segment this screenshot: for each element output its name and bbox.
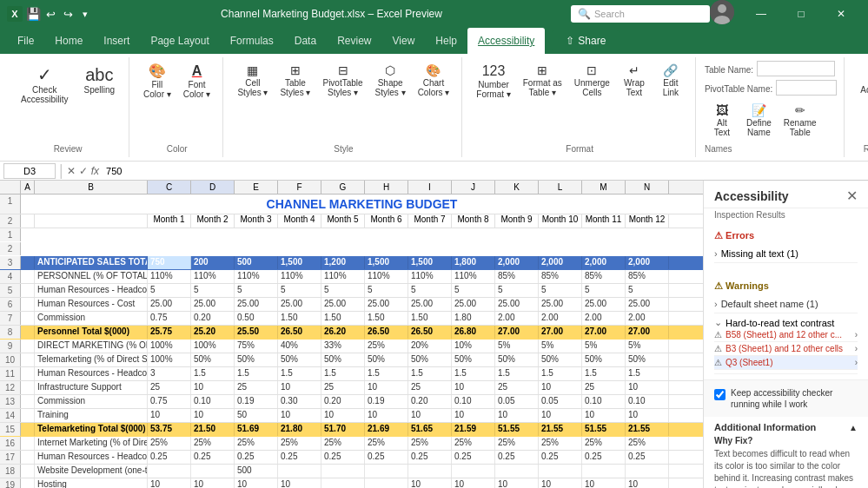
cell-8-10[interactable]: 27.00 (495, 326, 539, 339)
cell-19-7[interactable] (365, 478, 408, 488)
cell-18-6[interactable] (321, 465, 365, 478)
cell-9-1[interactable]: DIRECT MARKETING (% OF TOTAL (35, 340, 148, 353)
cell-18-9[interactable] (452, 465, 495, 478)
cell-9-4[interactable]: 75% (235, 340, 278, 353)
col-header-h[interactable]: H (365, 181, 408, 194)
cell-13-11[interactable]: 0.05 (539, 395, 582, 408)
cell-19-8[interactable]: 10 (408, 478, 452, 488)
redo-icon[interactable]: ↪ (61, 7, 75, 21)
shape-styles-button[interactable]: ⬡ ShapeStyles ▾ (370, 61, 411, 101)
cell-12-9[interactable]: 10 (452, 381, 495, 394)
cell-15-13[interactable]: 21.55 (626, 423, 669, 436)
tab-home[interactable]: Home (44, 28, 93, 54)
cell-11-0[interactable] (21, 367, 35, 380)
cell-8-3[interactable]: 25.20 (191, 326, 235, 339)
cell-8-4[interactable]: 25.50 (235, 326, 278, 339)
cell-6-2[interactable]: 25.00 (148, 298, 191, 311)
cell-19-3[interactable]: 10 (191, 478, 235, 488)
cell-14-7[interactable]: 10 (365, 409, 408, 422)
cell-10-0[interactable] (21, 353, 35, 366)
cell-18-12[interactable] (582, 465, 626, 478)
col-header-j[interactable]: J (452, 181, 495, 194)
cell-17-4[interactable]: 0.25 (235, 451, 278, 464)
cell-15-1[interactable]: Telemarketing Total $(000) (35, 423, 148, 436)
table-name-input[interactable] (757, 61, 835, 76)
cell-16-1[interactable]: Internet Marketing (% of Direct Sales) (35, 437, 148, 450)
default-sheet-name-item[interactable]: Default sheet name (1) (714, 295, 858, 313)
profile-avatar[interactable] (710, 0, 734, 24)
cell-12-11[interactable]: 10 (539, 381, 582, 394)
cell-14-8[interactable]: 10 (408, 409, 452, 422)
cell-3-1[interactable]: ANTICIPATED SALES TOTAL SALES (35, 256, 148, 269)
cell-10-10[interactable]: 50% (495, 353, 539, 366)
cell-6-6[interactable]: 25.00 (321, 298, 365, 311)
tab-accessibility[interactable]: Accessibility (467, 28, 545, 54)
cell-4-10[interactable]: 85% (495, 270, 539, 283)
cell-18-13[interactable] (626, 465, 669, 478)
cell-12-10[interactable]: 25 (495, 381, 539, 394)
tab-data[interactable]: Data (284, 28, 327, 54)
cell-13-13[interactable]: 0.10 (626, 395, 669, 408)
cell-8-5[interactable]: 26.50 (278, 326, 321, 339)
cell-9-5[interactable]: 40% (278, 340, 321, 353)
cell-17-6[interactable]: 0.25 (321, 451, 365, 464)
cell-16-4[interactable]: 25% (235, 437, 278, 450)
tab-insert[interactable]: Insert (93, 28, 140, 54)
cell-11-13[interactable]: 1.5 (626, 367, 669, 380)
cell-11-6[interactable]: 1.5 (321, 367, 365, 380)
cell-11-5[interactable]: 1.5 (278, 367, 321, 380)
alt-text-button[interactable]: 🖼 AltText (705, 101, 739, 141)
cell-8-9[interactable]: 26.80 (452, 326, 495, 339)
cell-7-13[interactable]: 2.00 (626, 312, 669, 325)
cell-17-0[interactable] (21, 451, 35, 464)
cell-12-8[interactable]: 25 (408, 381, 452, 394)
cell-13-12[interactable]: 0.10 (582, 395, 626, 408)
cell-6-3[interactable]: 25.00 (191, 298, 235, 311)
undo-icon[interactable]: ↩ (43, 7, 57, 21)
customize-icon[interactable]: ▾ (78, 7, 92, 21)
cell-8-7[interactable]: 26.50 (365, 326, 408, 339)
cell-17-9[interactable]: 0.25 (452, 451, 495, 464)
cell-5-9[interactable]: 5 (452, 284, 495, 297)
col-header-a[interactable]: A (21, 181, 35, 194)
cell-3-0[interactable] (21, 256, 35, 269)
cell-18-5[interactable] (278, 465, 321, 478)
check-accessibility-button[interactable]: ✓ CheckAccessibility (14, 61, 75, 109)
cell-6-13[interactable]: 25.00 (626, 298, 669, 311)
cell-14-2[interactable]: 10 (148, 409, 191, 422)
cell-12-0[interactable] (21, 381, 35, 394)
cell-3-3[interactable]: 200 (191, 256, 235, 269)
cell-5-6[interactable]: 5 (321, 284, 365, 297)
cell-4-8[interactable]: 110% (408, 270, 452, 283)
cell-11-10[interactable]: 1.5 (495, 367, 539, 380)
format-as-table-button[interactable]: ⊞ Format asTable ▾ (518, 61, 567, 101)
cell-13-6[interactable]: 0.20 (321, 395, 365, 408)
cell-3-11[interactable]: 2,000 (539, 256, 582, 269)
cell-4-5[interactable]: 110% (278, 270, 321, 283)
cell-5-5[interactable]: 5 (278, 284, 321, 297)
cell-14-13[interactable]: 10 (626, 409, 669, 422)
hard-to-read-item[interactable]: Hard-to-read text contrast ⚠ B58 (Sheet1… (714, 313, 858, 374)
cell-9-3[interactable]: 100% (191, 340, 235, 353)
cell-19-4[interactable]: 10 (235, 478, 278, 488)
cell-9-12[interactable]: 5% (582, 340, 626, 353)
cell-17-3[interactable]: 0.25 (191, 451, 235, 464)
name-box[interactable] (3, 163, 56, 179)
cell-13-7[interactable]: 0.19 (365, 395, 408, 408)
cell-5-4[interactable]: 5 (235, 284, 278, 297)
cell-10-4[interactable]: 50% (235, 353, 278, 366)
cell-12-6[interactable]: 25 (321, 381, 365, 394)
cell-18-11[interactable] (539, 465, 582, 478)
cell-4-9[interactable]: 110% (452, 270, 495, 283)
cell-3-6[interactable]: 1,200 (321, 256, 365, 269)
cell-7-9[interactable]: 1.80 (452, 312, 495, 325)
cell-12-7[interactable]: 10 (365, 381, 408, 394)
cell-12-2[interactable]: 25 (148, 381, 191, 394)
title-bar-search[interactable]: 🔍 Search (571, 5, 710, 23)
cell-18-10[interactable] (495, 465, 539, 478)
cell-15-3[interactable]: 21.50 (191, 423, 235, 436)
cell-6-12[interactable]: 25.00 (582, 298, 626, 311)
keep-running-checkbox[interactable] (714, 389, 726, 400)
cell-12-13[interactable]: 10 (626, 381, 669, 394)
cell-10-13[interactable]: 50% (626, 353, 669, 366)
